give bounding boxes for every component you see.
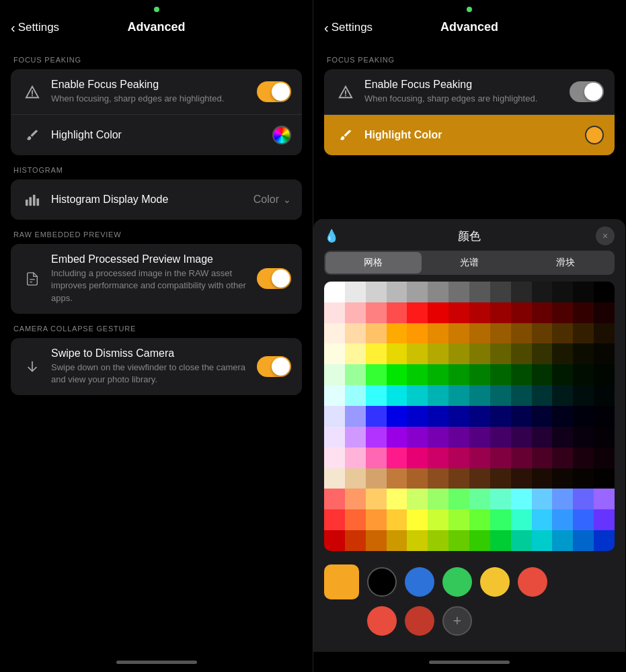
color-cell[interactable] (469, 323, 490, 344)
color-cell[interactable] (428, 427, 448, 448)
color-cell[interactable] (490, 406, 511, 427)
color-cell[interactable] (448, 468, 469, 489)
segment-slider[interactable]: 滑块 (517, 252, 613, 274)
color-cell[interactable] (469, 448, 490, 468)
color-cell[interactable] (511, 530, 532, 551)
color-cell[interactable] (448, 364, 469, 385)
color-cell[interactable] (324, 282, 345, 302)
color-cell[interactable] (490, 302, 511, 323)
color-cell[interactable] (573, 427, 594, 448)
color-cell[interactable] (407, 302, 428, 323)
color-cell[interactable] (428, 406, 448, 427)
color-cell[interactable] (552, 530, 573, 551)
color-cell[interactable] (511, 489, 532, 509)
swatch-darkred[interactable] (405, 606, 434, 636)
color-cell[interactable] (469, 509, 490, 530)
swatch-blue[interactable] (405, 567, 434, 597)
right-orange-color-circle[interactable] (585, 126, 604, 144)
color-cell[interactable] (573, 489, 594, 509)
color-cell[interactable] (552, 302, 573, 323)
color-cell[interactable] (552, 509, 573, 530)
color-cell[interactable] (448, 406, 469, 427)
color-cell[interactable] (490, 282, 511, 302)
color-cell[interactable] (428, 448, 448, 468)
color-cell[interactable] (532, 427, 553, 448)
color-cell[interactable] (532, 385, 553, 406)
color-cell[interactable] (532, 302, 553, 323)
color-cell[interactable] (552, 468, 573, 489)
swatch-orange-square[interactable] (324, 564, 359, 599)
swatch-red[interactable] (518, 567, 547, 597)
color-cell[interactable] (324, 406, 345, 427)
color-cell[interactable] (573, 385, 594, 406)
right-enable-focus-peaking-row[interactable]: Enable Focus Peaking When focusing, shar… (324, 69, 615, 115)
segment-spectrum[interactable]: 光谱 (422, 252, 518, 274)
color-cell[interactable] (428, 489, 448, 509)
color-cell[interactable] (407, 282, 428, 302)
left-focus-peaking-toggle[interactable] (257, 81, 291, 102)
color-cell[interactable] (324, 364, 345, 385)
color-cell[interactable] (511, 448, 532, 468)
color-cell[interactable] (511, 364, 532, 385)
color-cell[interactable] (490, 448, 511, 468)
color-cell[interactable] (366, 468, 387, 489)
color-cell[interactable] (469, 489, 490, 509)
color-cell[interactable] (345, 448, 366, 468)
color-cell[interactable] (345, 489, 366, 509)
color-cell[interactable] (594, 406, 615, 427)
color-cell[interactable] (532, 489, 553, 509)
color-cell[interactable] (532, 448, 553, 468)
color-cell[interactable] (366, 406, 387, 427)
color-cell[interactable] (594, 323, 615, 344)
color-cell[interactable] (387, 364, 407, 385)
color-cell[interactable] (448, 509, 469, 530)
color-cell[interactable] (490, 530, 511, 551)
color-cell[interactable] (407, 530, 428, 551)
color-cell[interactable] (532, 468, 553, 489)
segment-grid[interactable]: 网格 (325, 252, 422, 274)
swatch-yellow[interactable] (480, 567, 510, 597)
left-swipe-dismiss-row[interactable]: Swipe to Dismiss Camera Swipe down on th… (11, 338, 302, 395)
color-cell[interactable] (594, 427, 615, 448)
color-cell[interactable] (428, 468, 448, 489)
color-cell[interactable] (448, 323, 469, 344)
color-cell[interactable] (552, 364, 573, 385)
color-cell[interactable] (552, 282, 573, 302)
left-swipe-dismiss-toggle[interactable] (257, 356, 291, 377)
color-cell[interactable] (490, 468, 511, 489)
color-cell[interactable] (594, 448, 615, 468)
color-cell[interactable] (387, 385, 407, 406)
color-cell[interactable] (573, 448, 594, 468)
color-cell[interactable] (428, 323, 448, 344)
color-cell[interactable] (532, 364, 553, 385)
color-cell[interactable] (490, 364, 511, 385)
left-back-button[interactable]: ‹ Settings (11, 21, 59, 34)
color-cell[interactable] (324, 448, 345, 468)
color-cell[interactable] (407, 468, 428, 489)
color-cell[interactable] (552, 448, 573, 468)
left-highlight-color-circle[interactable] (272, 126, 291, 144)
color-cell[interactable] (469, 343, 490, 364)
color-cell[interactable] (345, 364, 366, 385)
color-cell[interactable] (345, 282, 366, 302)
color-cell[interactable] (324, 343, 345, 364)
color-cell[interactable] (387, 489, 407, 509)
color-cell[interactable] (594, 302, 615, 323)
color-cell[interactable] (469, 385, 490, 406)
eyedropper-icon[interactable]: 💧 (324, 228, 339, 243)
color-cell[interactable] (511, 302, 532, 323)
color-cell[interactable] (511, 509, 532, 530)
color-cell[interactable] (511, 427, 532, 448)
color-cell[interactable] (407, 364, 428, 385)
color-cell[interactable] (532, 323, 553, 344)
color-cell[interactable] (324, 427, 345, 448)
color-cell[interactable] (366, 282, 387, 302)
swatch-red2[interactable] (367, 606, 397, 636)
color-cell[interactable] (428, 364, 448, 385)
color-cell[interactable] (469, 468, 490, 489)
color-cell[interactable] (366, 448, 387, 468)
color-cell[interactable] (387, 323, 407, 344)
color-cell[interactable] (387, 468, 407, 489)
color-cell[interactable] (366, 385, 387, 406)
color-cell[interactable] (428, 509, 448, 530)
